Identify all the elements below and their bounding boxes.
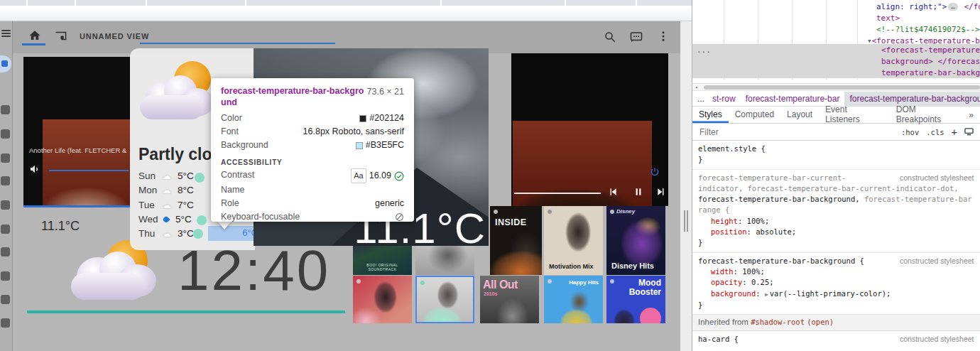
search-icon[interactable] <box>604 31 616 43</box>
breadcrumb[interactable]: st-row <box>707 92 741 106</box>
next-track-icon[interactable] <box>656 187 666 197</box>
disney-brand: Disney <box>616 208 635 215</box>
css-property[interactable]: positionabsolute <box>698 227 980 237</box>
tree-line-comment[interactable]: <!--?lit$474619072$--> <box>876 24 980 35</box>
css-property[interactable]: background▶var(--light-primary-color) <box>698 288 980 300</box>
new-style-rule-icon[interactable]: + <box>952 129 957 136</box>
tooltip-row-color: Color #202124 <box>221 112 404 125</box>
expand-value-icon[interactable]: ▶ <box>765 291 768 298</box>
css-property[interactable]: width100% <box>698 266 980 277</box>
pause-icon[interactable] <box>633 187 643 197</box>
sidebar-icon[interactable] <box>1 129 10 139</box>
inspected-element-name: forecast-temperature-bar-background <box>221 85 366 108</box>
tile-happy-hits[interactable]: Happy Hits <box>544 276 603 323</box>
tile-mood-booster[interactable]: Mood Booster <box>606 276 665 323</box>
media-player-card-2[interactable] <box>511 53 668 206</box>
tab-divider <box>636 0 637 6</box>
sidebar-icon[interactable] <box>1 200 10 210</box>
shadow-root-link[interactable]: #shadow-root <box>751 318 805 326</box>
cast-icon[interactable] <box>55 31 67 41</box>
tab-divider <box>146 0 147 6</box>
media-progress-bar[interactable] <box>49 170 129 171</box>
sidebar-icon[interactable] <box>1 176 10 185</box>
devtools-splitter[interactable] <box>680 21 692 351</box>
tile-inside[interactable]: INSIDE <box>490 206 542 275</box>
media-progress-bar[interactable] <box>514 193 601 194</box>
power-icon[interactable] <box>650 167 660 177</box>
stylesheet-origin[interactable]: constructed stylesheet <box>900 173 974 183</box>
media-player-card[interactable]: Another Life (feat. FLETCHER & <box>23 57 130 207</box>
volume-icon[interactable] <box>29 163 40 175</box>
sidebar-icon[interactable] <box>1 318 10 328</box>
elements-tree[interactable]: align: right;">… </fore text> <!--?lit$4… <box>692 0 980 83</box>
tile-motivation-mix[interactable]: Motivation Mix <box>544 206 603 275</box>
tree-line[interactable]: align: right;">… </fore <box>876 1 980 12</box>
graph-line <box>27 310 345 313</box>
sidebar-item-overview[interactable] <box>0 55 11 72</box>
screen: UNNAMED VIEW Another Life (feat. <box>0 0 980 351</box>
sidebar-icon[interactable] <box>1 153 10 163</box>
stylesheet-origin[interactable]: constructed stylesheet <box>900 334 974 345</box>
stylesheet-origin[interactable]: constructed stylesheet <box>900 256 974 266</box>
temp-indicator-dot <box>197 215 207 225</box>
css-rule-temperature-bar-background[interactable]: forecast-temperature-bar-background { co… <box>692 253 980 315</box>
tile-disney-hits[interactable]: Disney Disney Hits <box>606 206 665 275</box>
rain-icon <box>162 215 170 223</box>
tile-all-out-2010s[interactable]: All Out 2010s <box>480 276 539 323</box>
overflow-dots: ... <box>697 45 711 55</box>
balloon-shape <box>640 308 661 323</box>
more-tabs-icon[interactable]: » <box>969 110 980 120</box>
forecast-temp: 3°C <box>178 228 194 239</box>
assist-icon[interactable] <box>630 31 643 43</box>
toggle-element-classes[interactable]: .cls <box>926 128 944 136</box>
toggle-hover-state[interactable]: :hov <box>901 128 919 136</box>
css-property[interactable]: opacity0.25 <box>698 277 980 288</box>
view-tab-underline <box>140 43 335 44</box>
temperature-sensor[interactable]: 11.1°C <box>41 219 80 234</box>
sidebar-icon[interactable] <box>1 295 10 304</box>
sidebar-icon[interactable] <box>1 225 10 234</box>
previous-track-icon[interactable] <box>608 187 618 197</box>
tooltip-row-font: Font 16.8px Roboto, sans-serif <box>221 125 404 139</box>
tab-divider <box>565 0 566 6</box>
tab-layout[interactable]: Layout <box>780 107 819 123</box>
splitter-handle-icon <box>684 210 685 232</box>
css-rule-temperature-bar-group[interactable]: forecast-temperature-bar-current- constr… <box>692 170 980 253</box>
tile-mint-playlist-hovered[interactable] <box>415 276 474 323</box>
tab-divider <box>440 0 442 6</box>
temp-indicator-dot <box>193 229 203 239</box>
color-swatch <box>359 115 366 122</box>
home-tab-icon[interactable] <box>28 29 41 42</box>
cloud-icon-large <box>71 273 145 300</box>
sidebar-icon[interactable] <box>1 105 10 114</box>
expand-inline-icon[interactable]: … <box>948 3 957 11</box>
rendering-emulation-icon[interactable] <box>964 128 974 136</box>
horizontal-scrollbar[interactable]: ◂ <box>692 83 980 91</box>
active-tab-indicator <box>22 43 45 45</box>
tab-styles[interactable]: Styles <box>692 107 729 123</box>
ha-sidebar[interactable] <box>0 21 13 351</box>
tooltip-row-name: Name <box>221 183 404 197</box>
tile-pink-playlist[interactable] <box>353 276 412 323</box>
menu-icon <box>1 36 11 37</box>
tab-computed[interactable]: Computed <box>729 107 780 123</box>
sidebar-icon[interactable] <box>1 247 10 256</box>
background-swatch <box>356 142 363 149</box>
kebab-menu-icon[interactable] <box>657 30 670 43</box>
menu-icon[interactable] <box>1 30 11 31</box>
tree-line[interactable]: text> <box>876 13 900 23</box>
css-rule-element-style[interactable]: element.style { } <box>692 141 980 170</box>
cloudy-icon: ☁ <box>162 185 178 195</box>
scroll-left-icon[interactable]: ◂ <box>695 84 698 90</box>
css-rule-ha-card[interactable]: ha-card { constructed stylesheet <box>692 331 980 348</box>
scrollbar-thumb[interactable] <box>704 85 980 90</box>
inspected-temperature-bar[interactable]: 6°C <box>208 226 261 241</box>
spotify-logo-icon <box>548 279 552 284</box>
sidebar-icon[interactable] <box>1 271 10 281</box>
css-property[interactable]: height100% <box>698 216 980 227</box>
styles-filter-input[interactable] <box>692 127 856 137</box>
tooltip-row-contrast: Contrast Aa 16.09 <box>221 168 404 183</box>
selected-tree-node[interactable]: ... <forecast-temperature- background> <… <box>692 44 980 78</box>
ha-dashboard: UNNAMED VIEW Another Life (feat. <box>0 21 680 351</box>
breadcrumb-ellipsis[interactable]: ... <box>692 92 707 106</box>
